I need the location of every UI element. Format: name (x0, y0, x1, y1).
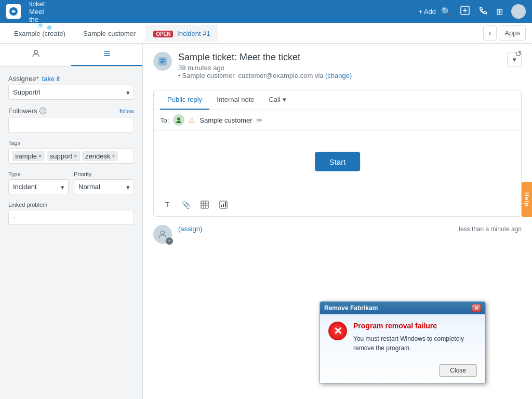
tag-sample-remove[interactable]: × (38, 153, 42, 159)
assignee-field: Assignee* take it Support/l (8, 75, 134, 100)
sidebar-tab-person[interactable] (0, 44, 71, 66)
error-x-symbol: ✕ (334, 325, 342, 337)
dialog-icon-row: ✕ Program removal failure You must resta… (328, 322, 477, 353)
dialog-title-close-button[interactable]: ✕ (472, 304, 481, 312)
type-label: Type (8, 171, 69, 177)
main-layout: Assignee* take it Support/l Followers ? … (0, 44, 532, 399)
dialog-message: You must restart Windows to completely r… (353, 334, 477, 353)
sidebar: Assignee* take it Support/l Followers ? … (0, 44, 143, 399)
dialog-text: Program removal failure You must restart… (353, 322, 477, 353)
tag-sample: sample × (12, 151, 45, 161)
assignee-select-wrap: Support/l (8, 85, 134, 100)
dialog-footer: Close (320, 360, 485, 383)
assignee-select[interactable]: Support/l (8, 85, 134, 100)
tag-zendesk-label: zendesk (85, 152, 110, 160)
svg-point-2 (34, 50, 37, 54)
reply-customer-name: Sample customer (200, 116, 252, 124)
phone-icon[interactable] (478, 6, 488, 17)
tag-support-label: support (50, 152, 72, 160)
topbar-icons: 🔍 ⊞ (441, 4, 526, 19)
edit-recipient-icon[interactable]: ✏ (257, 116, 262, 124)
priority-field: Priority Normal (74, 171, 134, 194)
svg-rect-8 (201, 201, 208, 208)
warning-icon: ⚠ (189, 116, 195, 124)
ticket-meta: 39 minutes ago • Sample customer custome… (178, 64, 501, 79)
linked-problem-input[interactable] (8, 210, 134, 225)
user-avatar[interactable] (511, 4, 526, 19)
change-email-link[interactable]: (change) (325, 72, 352, 79)
feed-item: + (assign) less than a minute ago (153, 225, 522, 244)
reply-tab-call[interactable]: Call ▾ (261, 90, 293, 110)
take-it-link[interactable]: take it (42, 75, 60, 83)
svg-rect-15 (223, 204, 224, 207)
program-removal-dialog: Remove Fabrikam ✕ ✕ Program removal fail… (320, 301, 486, 383)
chart-tool[interactable] (216, 197, 231, 212)
reply-toolbar: T 📎 (154, 193, 521, 216)
svg-point-7 (177, 117, 180, 121)
tags-container[interactable]: sample × support × zendesk × (8, 148, 134, 164)
followers-info-icon: ? (39, 108, 46, 114)
followers-row: Followers ? follow (8, 107, 134, 115)
tabbar-more-button[interactable]: › (483, 25, 497, 41)
priority-select[interactable]: Normal (74, 179, 134, 194)
tab-incident-1[interactable]: OPEN Incident #1 (145, 25, 218, 42)
sidebar-tab-menu[interactable] (71, 44, 142, 66)
tab-example-create[interactable]: Example (create) (6, 25, 73, 42)
svg-rect-14 (221, 205, 222, 207)
followers-input[interactable] (8, 117, 134, 132)
type-select[interactable]: Incident (8, 179, 69, 194)
topbar: Sample ticket: Meet the ticket #1 + Add … (0, 0, 532, 23)
feed-avatar-add-icon: + (166, 237, 173, 245)
error-icon: ✕ (328, 322, 347, 340)
svg-point-17 (161, 231, 165, 235)
type-field: Type Incident (8, 171, 69, 194)
table-tool[interactable] (197, 197, 212, 212)
apps-button[interactable]: Apps (499, 25, 526, 41)
reply-body[interactable]: Start (154, 130, 521, 193)
svg-rect-4 (104, 53, 110, 54)
dialog-body: ✕ Program removal failure You must resta… (320, 314, 485, 360)
refresh-icon[interactable]: ↺ (515, 49, 522, 59)
sidebar-tabs (0, 44, 142, 66)
reply-tabs: Public reply Internal note Call ▾ (154, 90, 521, 110)
reply-tab-internal[interactable]: Internal note (209, 90, 261, 110)
content-area: ↺ Sample ticket: Meet the ticket 39 minu… (143, 44, 532, 399)
ticket-info: Sample ticket: Meet the ticket 39 minute… (178, 52, 501, 79)
linked-problem-label: Linked problem (8, 202, 134, 208)
attachment-tool[interactable]: 📎 (179, 197, 193, 212)
dialog-title: Remove Fabrikam (324, 304, 378, 312)
help-tab[interactable]: Help (522, 182, 532, 217)
dialog-close-button[interactable]: Close (439, 364, 477, 377)
assignee-label: Assignee* take it (8, 75, 134, 83)
type-select-wrap: Incident (8, 179, 69, 194)
start-button[interactable]: Start (315, 152, 361, 171)
tags-field: Tags sample × support × zendesk × (8, 140, 134, 164)
ticket-title: Sample ticket: Meet the ticket (178, 52, 501, 63)
text-format-tool[interactable]: T (160, 197, 175, 212)
feed-assign-link[interactable]: (assign) (178, 225, 202, 233)
follow-link[interactable]: follow (119, 108, 134, 114)
reply-tab-public[interactable]: Public reply (160, 90, 209, 110)
tag-support: support × (47, 151, 80, 161)
followers-label: Followers ? (8, 107, 46, 115)
linked-problem-field: Linked problem (8, 202, 134, 225)
ticket-avatar (153, 52, 172, 71)
grid-icon[interactable]: ⊞ (496, 7, 503, 17)
tag-zendesk-remove[interactable]: × (112, 153, 115, 159)
feed-avatar: + (153, 225, 172, 244)
tab-sample-customer[interactable]: Sample customer (75, 25, 143, 42)
reply-to-label: To: (160, 116, 169, 124)
tag-sample-label: sample (15, 152, 37, 160)
compose-icon[interactable] (460, 5, 470, 18)
ticket-header: Sample ticket: Meet the ticket 39 minute… (153, 52, 522, 79)
app-logo (6, 4, 21, 19)
feed-content: (assign) less than a minute ago (178, 225, 522, 233)
type-priority-row: Type Incident Priority Normal (8, 171, 134, 194)
tag-support-remove[interactable]: × (74, 153, 77, 159)
search-icon[interactable]: 🔍 (441, 7, 451, 17)
add-button[interactable]: + Add (418, 8, 436, 16)
dialog-heading: Program removal failure (353, 322, 477, 330)
tab-open-badge: OPEN (153, 31, 173, 37)
tag-zendesk: zendesk × (82, 151, 118, 161)
dialog-title-bar: Remove Fabrikam ✕ (320, 302, 485, 314)
